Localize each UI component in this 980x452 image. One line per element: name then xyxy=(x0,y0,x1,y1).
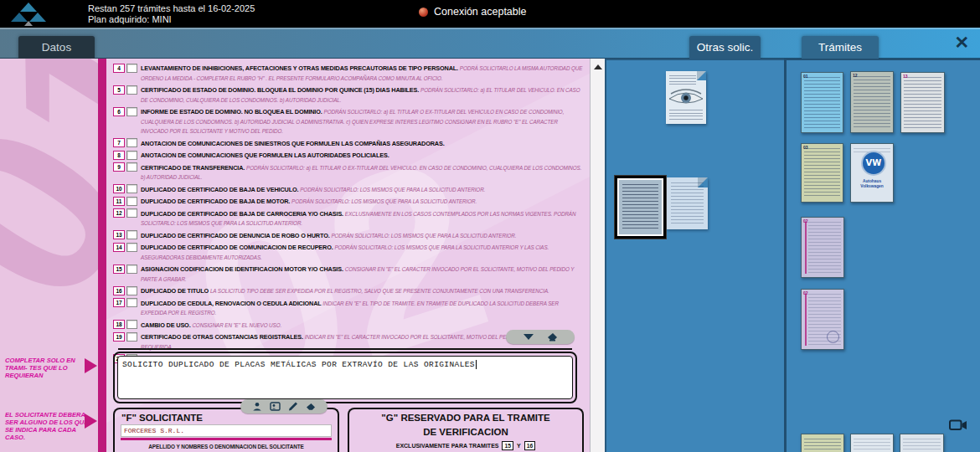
page-fold xyxy=(697,71,706,80)
solicitante-name-input[interactable]: FORCERES S.R.L. xyxy=(121,424,332,437)
form-item-11: 11DUPLICADO DE CERTIFICADO DE BAJA DE MO… xyxy=(113,196,583,206)
form-item-10: 10DUPLICADO DE CERTIFICADO DE BAJA DE VE… xyxy=(113,184,583,194)
form-thumbnail-13[interactable]: 13 xyxy=(900,72,945,133)
item-number: 10 xyxy=(113,184,125,193)
margin-arrow-icon xyxy=(85,413,97,429)
item-checkbox-11[interactable] xyxy=(126,197,137,206)
item-checkbox-10[interactable] xyxy=(126,184,137,193)
section-g-subline: EXCLUSIVAMENTE PARA TRAMITES 15 Y 16 xyxy=(349,441,582,450)
form-thumbnail-partial[interactable] xyxy=(850,434,894,452)
item-checkbox-5[interactable] xyxy=(126,85,137,95)
form-item-7: 7ANOTACION DE COMUNICACIONES DE SINIESTR… xyxy=(113,138,583,148)
form-item-12: 12DUPLICADO DE CERTIFICADO DE BAJA DE CA… xyxy=(113,208,583,228)
item-number: 8 xyxy=(113,151,125,160)
form-item-5: 5CERTIFICADO DE ESTADO DE DOMINIO. BLOQU… xyxy=(113,85,583,104)
tab-otras-solicitudes[interactable]: Otras solic. xyxy=(689,36,761,59)
connection-status: Conexión aceptable xyxy=(419,6,527,18)
stamp-circle xyxy=(827,331,839,343)
request-text-box: SOLICITO DUPLICADO DE PLACAS METÁLICAS P… xyxy=(113,352,577,403)
id-card-icon[interactable] xyxy=(270,402,281,411)
item-checkbox-13[interactable] xyxy=(126,230,137,239)
section-g-title-2: DE VERIFICACION xyxy=(349,427,582,438)
main-content: 01 COMPLETAR SOLO EN TRAMI- TES QUE LO R… xyxy=(0,59,980,452)
volkswagen-logo: VW xyxy=(861,151,886,176)
form-item-4: 4LEVANTAMIENTO DE INHIBICIONES, AFECTACI… xyxy=(113,63,583,82)
close-icon[interactable]: ✕ xyxy=(954,33,969,53)
section-f-solicitante: "F" SOLICITANTE FORCERES S.R.L. APELLIDO… xyxy=(113,408,339,452)
text-cursor xyxy=(476,360,477,369)
form-thumbnail-03[interactable]: 03 xyxy=(801,143,843,203)
tab-bar: Datos Otras solic. Trámites ✕ xyxy=(0,28,980,59)
eraser-icon[interactable] xyxy=(306,403,316,411)
form-thumbnail-partial[interactable] xyxy=(900,434,944,452)
item-checkbox-17[interactable] xyxy=(126,298,137,307)
camera-icon[interactable] xyxy=(949,419,967,432)
margin-note-1: COMPLETAR SOLO EN TRAMI- TES QUE LO REQU… xyxy=(5,357,97,379)
section-g-title-1: "G" RESERVADO PARA EL TRAMITE xyxy=(349,413,582,424)
form-left-margin: 01 COMPLETAR SOLO EN TRAMI- TES QUE LO R… xyxy=(0,59,98,452)
tramite-16-box: 16 xyxy=(524,441,536,450)
document-thumbnail-eye[interactable] xyxy=(666,71,706,124)
input-underline xyxy=(121,438,332,440)
item-checkbox-4[interactable] xyxy=(126,64,137,73)
dropdown-arrow-icon[interactable] xyxy=(524,334,534,340)
form-item-14: 14DUPLICADO DE CERTIFICADO DE COMUNICACI… xyxy=(113,242,583,261)
remaining-tramites-text: Restan 257 trámites hasta el 16-02-2025 xyxy=(88,3,255,14)
item-checkbox-15[interactable] xyxy=(126,265,137,274)
document-thumbnail-page[interactable] xyxy=(667,177,708,229)
person-icon[interactable] xyxy=(252,402,262,411)
item-description: LA SOLICITUD TIPO DEBE SER EXPEDIDA POR … xyxy=(210,288,549,294)
form-item-6: 6INFORME DE ESTADO DE DOMINIO. NO BLOQUE… xyxy=(113,106,583,136)
form-item-13: 13DUPLICADO DE CERTIFICADO DE DENUNCIA D… xyxy=(113,230,583,240)
form-magenta-stripe xyxy=(98,59,106,452)
eye-image xyxy=(668,89,704,105)
item-checkbox-18[interactable] xyxy=(126,320,137,329)
form-item-15: 15ASIGNACION CODIFICACION DE IDENTIFICAC… xyxy=(113,264,583,283)
plan-status: Restan 257 trámites hasta el 16-02-2025 … xyxy=(88,3,255,24)
item-title: LEVANTAMIENTO DE INHIBICIONES, AFECTACIO… xyxy=(141,64,460,72)
item-checkbox-19[interactable] xyxy=(126,332,137,342)
top-status-bar: Restan 257 trámites hasta el 16-02-2025 … xyxy=(0,0,980,28)
form-thumbnail-01[interactable]: 01 xyxy=(801,72,843,133)
item-title: INFORME DE ESTADO DE DOMINIO. NO BLOQUEA… xyxy=(141,108,324,116)
tab-datos[interactable]: Datos xyxy=(18,36,95,59)
eraser-icon[interactable] xyxy=(547,332,558,342)
document-thumbnail-selected[interactable] xyxy=(615,176,666,239)
item-title: DUPLICADO DE CEDULA, RENOVACION O CEDULA… xyxy=(141,300,322,307)
item-description: CONSIGNAR EN "E" EL NUEVO USO. xyxy=(192,322,281,328)
pencil-icon[interactable] xyxy=(288,402,298,411)
item-checkbox-12[interactable] xyxy=(126,208,137,218)
form-scrollbar[interactable] xyxy=(590,59,606,452)
item-number: 14 xyxy=(113,243,125,252)
request-text-input[interactable]: SOLICITO DUPLICADO DE PLACAS METÁLICAS P… xyxy=(117,356,573,399)
item-checkbox-9[interactable] xyxy=(126,162,137,172)
plan-text: Plan adquirido: MINI xyxy=(88,14,255,25)
form-item-17: 17DUPLICADO DE CEDULA, RENOVACION O CEDU… xyxy=(113,298,583,317)
item-checkbox-8[interactable] xyxy=(126,151,137,160)
item-description: PODRÁN SOLICITARLO: LOS MISMOS QUE PARA … xyxy=(331,233,516,239)
item-description: PODRÁN SOLICITARLO: LOS MISMOS QUE PARA … xyxy=(291,198,477,204)
item-number: 9 xyxy=(113,162,125,172)
item-title: CERTIFICADO DE OTRAS CONSTANCIAS REGISTR… xyxy=(141,333,305,341)
item-number: 12 xyxy=(113,208,125,218)
item-title: DUPLICADO DE TITULO xyxy=(141,287,210,295)
tab-tramites[interactable]: Trámites xyxy=(802,36,879,59)
scroll-up-icon[interactable] xyxy=(594,64,602,69)
form-thumbnail-02-a[interactable]: 02 xyxy=(801,217,844,278)
item-checkbox-14[interactable] xyxy=(126,243,137,252)
document-thumbnail-volkswagen[interactable]: VW AutohausVolkswagen xyxy=(850,143,894,203)
form-item-18: 18CAMBIO DE USO. CONSIGNAR EN "E" EL NUE… xyxy=(113,320,583,330)
form-thumbnail-02-b[interactable]: 02 xyxy=(801,289,844,350)
form-thumbnail-partial[interactable] xyxy=(801,434,844,452)
item-checkbox-7[interactable] xyxy=(126,138,137,147)
item-title: ANOTACION DE COMUNICACIONES DE SINIESTRO… xyxy=(141,140,445,147)
connection-status-icon xyxy=(419,8,428,17)
watermark-01: 01 xyxy=(0,59,98,348)
item-number: 18 xyxy=(113,320,125,329)
item-checkbox-6[interactable] xyxy=(126,107,137,116)
form-02: 02 4LEVANTAMIENTO DE INHIBICIONES, AFECT… xyxy=(106,59,590,452)
item-title: DUPLICADO DE CERTIFICADO DE BAJA DE CARR… xyxy=(141,210,345,218)
margin-note-2: EL SOLICITANTE DEBERA SER ALGUNO DE LOS … xyxy=(5,411,97,441)
item-checkbox-16[interactable] xyxy=(126,286,137,295)
form-thumbnail-12[interactable]: 12 xyxy=(850,71,894,133)
